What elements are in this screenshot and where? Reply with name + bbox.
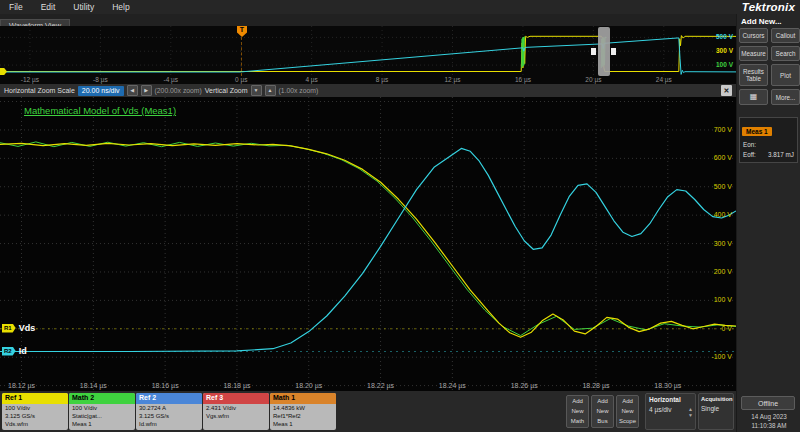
horizontal-scale-value: 4 µs/div — [649, 406, 692, 413]
y-axis-tick-label: -100 V — [711, 353, 732, 360]
zoom-window-bar[interactable] — [598, 27, 610, 76]
right-sidebar: Add New... Cursors Callout Measure Searc… — [736, 14, 800, 432]
y-axis-tick-label: 500 V — [716, 33, 733, 40]
badge-line: 3.125 GS/s — [136, 412, 202, 420]
badge-line: Static|gat... — [69, 412, 135, 420]
x-axis-tick-label: 18.20 µs — [295, 382, 322, 389]
y-axis-tick-label: 300 V — [716, 47, 733, 54]
badge-math2[interactable]: Math 2 100 V/div Static|gat... Meas 1 — [69, 393, 135, 430]
add-new-header: Add New... — [737, 14, 800, 28]
settings-badge-strip: Ref 1 100 V/div 3.125 GS/s Vds.wfm Math … — [0, 391, 736, 432]
trace-Id-overview — [0, 38, 736, 75]
meas1-badge[interactable]: Meas 1 — [742, 127, 772, 136]
menu-edit[interactable]: Edit — [32, 2, 65, 12]
horizontal-scale-steppers[interactable]: ▲ ▼ — [688, 406, 693, 418]
menu-file[interactable]: File — [0, 2, 32, 12]
meas-row-eon: Eon: — [742, 141, 795, 148]
x-axis-tick-label: 18.16 µs — [152, 382, 179, 389]
plot-button[interactable]: Plot — [771, 64, 800, 86]
tab-row: Waveform View — [0, 14, 736, 26]
badge-ref2[interactable]: Ref 2 30.2724 A 3.125 GS/s Id.wfm — [136, 393, 202, 430]
horizontal-zoom-factor: (200.00x zoom) — [155, 87, 202, 94]
badge-math1-title: Math 1 — [270, 393, 336, 404]
tektronix-logo: Tektronix — [742, 0, 795, 14]
down-arrow-icon[interactable]: ▼ — [688, 412, 693, 418]
more-button[interactable]: More... — [771, 89, 800, 105]
search-button[interactable]: Search — [771, 46, 800, 61]
ref2-channel-tag[interactable]: R2 — [2, 347, 16, 356]
x-axis-tick-label: -12 µs — [21, 76, 39, 83]
menu-utility[interactable]: Utility — [64, 2, 103, 12]
badge-ref2-title: Ref 2 — [136, 393, 202, 404]
zoom-waveform-view[interactable]: Mathematical Model of Vds (Meas1) R1 Vds… — [0, 97, 736, 391]
badge-math2-title: Math 2 — [69, 393, 135, 404]
trace-Vds-overview — [0, 36, 736, 72]
x-axis-tick-label: 18.26 µs — [511, 382, 538, 389]
trigger-position-line — [241, 37, 242, 76]
plot-title: Mathematical Model of Vds (Meas1) — [24, 105, 176, 116]
trace-Vds — [0, 143, 736, 337]
acquisition-mode-value: Single — [701, 405, 731, 412]
v-zoom-increase-button[interactable]: ▲ — [265, 85, 276, 96]
badge-line: Meas 1 — [69, 420, 135, 428]
badge-line: 2.431 V/div — [203, 404, 269, 412]
horizontal-settings-badge[interactable]: Horizontal 4 µs/div ▲ ▼ — [645, 393, 696, 430]
horizontal-title: Horizontal — [649, 396, 692, 403]
y-axis-tick-label: 400 V — [714, 211, 732, 218]
y-axis-tick-label: 700 V — [714, 126, 732, 133]
horizontal-zoom-scale-label: Horizontal Zoom Scale — [4, 87, 75, 94]
horizontal-zoom-scale-value[interactable]: 20.00 ns/div — [78, 86, 124, 96]
y-axis-tick-label: 100 V — [714, 296, 732, 303]
callout-button[interactable]: Callout — [771, 28, 800, 43]
trace-Vds-model — [0, 142, 736, 336]
add-new-math-button[interactable]: AddNewMath — [566, 395, 589, 428]
badge-line: 14.4836 kW — [270, 404, 336, 412]
zoom-close-button[interactable]: ✕ — [721, 85, 732, 96]
acquisition-settings-badge[interactable]: Acquisition Single — [698, 393, 734, 430]
badge-math1[interactable]: Math 1 14.4836 kW Ref1*Ref2 Meas 1 — [270, 393, 336, 430]
h-zoom-decrease-button[interactable]: ◀ — [127, 85, 138, 96]
x-axis-tick-label: -8 µs — [93, 76, 108, 83]
zoom-window-right-handle[interactable] — [611, 48, 616, 55]
x-axis-tick-label: 18.30 µs — [654, 382, 681, 389]
measure-button[interactable]: Measure — [739, 46, 768, 61]
ref1-channel-tag[interactable]: R1 — [2, 324, 16, 333]
x-axis-tick-label: -4 µs — [163, 76, 178, 83]
x-axis-tick-label: 18.28 µs — [582, 382, 609, 389]
x-axis-tick-label: 4 µs — [305, 76, 317, 83]
h-zoom-increase-button[interactable]: ▶ — [141, 85, 152, 96]
overview-waveform-strip[interactable]: T -12 µs-8 µs-4 µs0 µs4 µs8 µs12 µs16 µs… — [0, 26, 736, 84]
sidebar-button-grid: Cursors Callout Measure Search Results T… — [737, 28, 800, 105]
menu-help[interactable]: Help — [103, 2, 138, 12]
trace-label-id: Id — [19, 346, 27, 356]
offline-status-button[interactable]: Offline — [741, 396, 795, 410]
badge-ref1-title: Ref 1 — [2, 393, 68, 404]
x-axis-tick-label: 16 µs — [515, 76, 531, 83]
zoom-control-bar: Horizontal Zoom Scale 20.00 ns/div ◀ ▶ (… — [0, 84, 736, 97]
zoom-window-left-handle[interactable] — [591, 48, 596, 55]
badge-ref3[interactable]: Ref 3 2.431 V/div Vgs.wfm — [203, 393, 269, 430]
badge-line: Vgs.wfm — [203, 412, 269, 420]
y-axis-tick-label: 300 V — [714, 240, 732, 247]
add-new-bus-button[interactable]: AddNewBus — [591, 395, 614, 428]
x-axis-tick-label: 18.18 µs — [223, 382, 250, 389]
date-time-display: 14 Aug 2023 11:10:38 AM — [737, 413, 800, 430]
main-chart-canvas — [0, 97, 736, 391]
trace-handle-vds: R1 Vds — [2, 323, 35, 333]
x-axis-tick-label: 18.12 µs — [8, 382, 35, 389]
badge-line: 100 V/div — [2, 404, 68, 412]
x-axis-tick-label: 24 µs — [656, 76, 672, 83]
trace-Id — [0, 148, 736, 351]
badge-line: Meas 1 — [270, 420, 336, 428]
results-table-button[interactable]: Results Table — [739, 64, 768, 86]
badge-line: 3.125 GS/s — [2, 412, 68, 420]
cursors-button[interactable]: Cursors — [739, 28, 768, 43]
y-axis-tick-label: 100 V — [716, 61, 733, 68]
badge-ref1[interactable]: Ref 1 100 V/div 3.125 GS/s Vds.wfm — [2, 393, 68, 430]
x-axis-tick-label: 18.24 µs — [439, 382, 466, 389]
v-zoom-decrease-button[interactable]: ▼ — [251, 85, 262, 96]
trace-handle-id: R2 Id — [2, 346, 27, 356]
keypad-icon[interactable]: ▦ — [739, 89, 768, 105]
y-axis-tick-label: 0 V — [721, 325, 732, 332]
add-new-scope-button[interactable]: AddNewScope — [616, 395, 639, 428]
